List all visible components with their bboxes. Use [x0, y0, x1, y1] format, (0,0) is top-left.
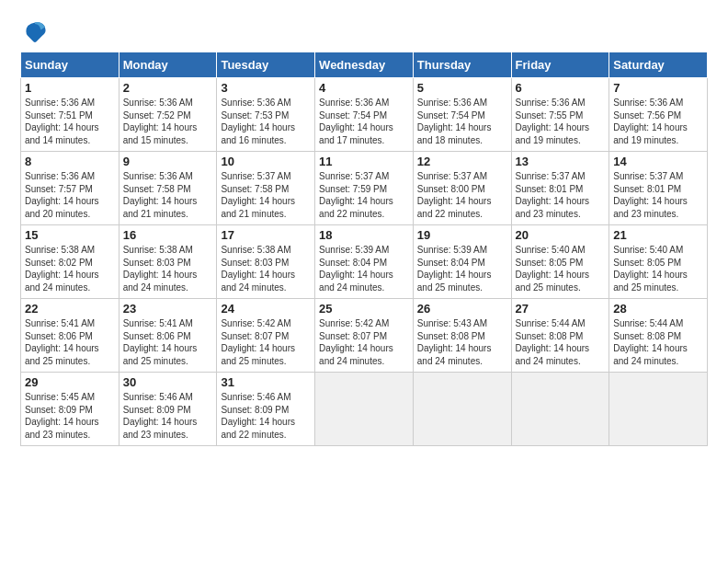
day-number: 10	[221, 155, 311, 168]
day-number: 6	[516, 81, 606, 95]
day-info: Sunrise: 5:42 AM Sunset: 8:07 PM Dayligh…	[319, 317, 409, 367]
calendar-cell	[413, 373, 511, 446]
calendar-cell: 13Sunrise: 5:37 AM Sunset: 8:01 PM Dayli…	[511, 152, 609, 225]
day-info: Sunrise: 5:45 AM Sunset: 8:09 PM Dayligh…	[25, 391, 115, 441]
calendar-cell: 8Sunrise: 5:36 AM Sunset: 7:57 PM Daylig…	[21, 152, 119, 225]
calendar-cell: 17Sunrise: 5:38 AM Sunset: 8:03 PM Dayli…	[217, 225, 315, 299]
day-info: Sunrise: 5:36 AM Sunset: 7:58 PM Dayligh…	[123, 170, 213, 220]
calendar-cell: 30Sunrise: 5:46 AM Sunset: 8:09 PM Dayli…	[119, 373, 217, 446]
day-number: 5	[417, 81, 507, 95]
day-info: Sunrise: 5:36 AM Sunset: 7:54 PM Dayligh…	[319, 97, 409, 146]
calendar-cell: 28Sunrise: 5:44 AM Sunset: 8:08 PM Dayli…	[609, 299, 708, 373]
header-day-sunday: Sunday	[21, 52, 119, 78]
day-number: 24	[221, 302, 311, 316]
week-row-4: 29Sunrise: 5:45 AM Sunset: 8:09 PM Dayli…	[21, 373, 708, 446]
calendar-cell	[511, 373, 609, 446]
day-info: Sunrise: 5:36 AM Sunset: 7:53 PM Dayligh…	[221, 97, 311, 146]
day-info: Sunrise: 5:41 AM Sunset: 8:06 PM Dayligh…	[25, 317, 115, 367]
day-info: Sunrise: 5:36 AM Sunset: 7:51 PM Dayligh…	[25, 97, 115, 146]
day-number: 19	[417, 228, 507, 242]
calendar-cell: 20Sunrise: 5:40 AM Sunset: 8:05 PM Dayli…	[511, 225, 609, 299]
day-number: 17	[221, 228, 311, 242]
calendar-cell: 6Sunrise: 5:36 AM Sunset: 7:55 PM Daylig…	[511, 78, 609, 152]
day-info: Sunrise: 5:38 AM Sunset: 8:03 PM Dayligh…	[221, 244, 311, 293]
day-info: Sunrise: 5:40 AM Sunset: 8:05 PM Dayligh…	[516, 244, 606, 293]
page: SundayMondayTuesdayWednesdayThursdayFrid…	[0, 0, 728, 457]
day-info: Sunrise: 5:37 AM Sunset: 8:01 PM Dayligh…	[613, 170, 703, 220]
calendar-cell: 16Sunrise: 5:38 AM Sunset: 8:03 PM Dayli…	[119, 225, 217, 299]
header-day-thursday: Thursday	[413, 52, 511, 78]
day-number: 28	[613, 302, 703, 316]
calendar-cell: 7Sunrise: 5:36 AM Sunset: 7:56 PM Daylig…	[609, 78, 708, 152]
day-number: 18	[319, 228, 409, 242]
header-row: SundayMondayTuesdayWednesdayThursdayFrid…	[21, 52, 708, 78]
day-info: Sunrise: 5:36 AM Sunset: 7:55 PM Dayligh…	[516, 97, 606, 146]
day-info: Sunrise: 5:36 AM Sunset: 7:52 PM Dayligh…	[123, 97, 213, 146]
calendar-cell	[315, 373, 414, 446]
day-number: 1	[25, 81, 115, 95]
calendar-cell: 9Sunrise: 5:36 AM Sunset: 7:58 PM Daylig…	[119, 152, 217, 225]
calendar-cell: 15Sunrise: 5:38 AM Sunset: 8:02 PM Dayli…	[21, 225, 119, 299]
day-info: Sunrise: 5:36 AM Sunset: 7:56 PM Dayligh…	[613, 97, 703, 146]
day-info: Sunrise: 5:36 AM Sunset: 7:57 PM Dayligh…	[25, 170, 115, 220]
day-number: 9	[123, 155, 213, 168]
day-info: Sunrise: 5:44 AM Sunset: 8:08 PM Dayligh…	[516, 317, 606, 367]
day-info: Sunrise: 5:40 AM Sunset: 8:05 PM Dayligh…	[613, 244, 703, 293]
header	[20, 17, 708, 46]
day-number: 2	[123, 81, 213, 95]
week-row-1: 8Sunrise: 5:36 AM Sunset: 7:57 PM Daylig…	[21, 152, 708, 225]
day-info: Sunrise: 5:37 AM Sunset: 8:01 PM Dayligh…	[516, 170, 606, 220]
day-info: Sunrise: 5:46 AM Sunset: 8:09 PM Dayligh…	[123, 391, 213, 441]
day-number: 30	[123, 375, 213, 389]
week-row-2: 15Sunrise: 5:38 AM Sunset: 8:02 PM Dayli…	[21, 225, 708, 299]
header-day-saturday: Saturday	[609, 52, 708, 78]
calendar-cell: 5Sunrise: 5:36 AM Sunset: 7:54 PM Daylig…	[413, 78, 511, 152]
day-number: 11	[319, 155, 409, 168]
day-info: Sunrise: 5:42 AM Sunset: 8:07 PM Dayligh…	[221, 317, 311, 367]
calendar-cell: 10Sunrise: 5:37 AM Sunset: 7:58 PM Dayli…	[217, 152, 315, 225]
calendar-cell: 19Sunrise: 5:39 AM Sunset: 8:04 PM Dayli…	[413, 225, 511, 299]
day-info: Sunrise: 5:39 AM Sunset: 8:04 PM Dayligh…	[417, 244, 507, 293]
day-number: 14	[613, 155, 703, 168]
calendar-cell: 11Sunrise: 5:37 AM Sunset: 7:59 PM Dayli…	[315, 152, 414, 225]
day-info: Sunrise: 5:37 AM Sunset: 7:59 PM Dayligh…	[319, 170, 409, 220]
calendar-cell: 1Sunrise: 5:36 AM Sunset: 7:51 PM Daylig…	[21, 78, 119, 152]
calendar-cell: 2Sunrise: 5:36 AM Sunset: 7:52 PM Daylig…	[119, 78, 217, 152]
day-number: 4	[319, 81, 409, 95]
day-number: 23	[123, 302, 213, 316]
day-info: Sunrise: 5:39 AM Sunset: 8:04 PM Dayligh…	[319, 244, 409, 293]
calendar-cell	[609, 373, 708, 446]
day-number: 7	[613, 81, 703, 95]
day-number: 25	[319, 302, 409, 316]
calendar-cell: 29Sunrise: 5:45 AM Sunset: 8:09 PM Dayli…	[21, 373, 119, 446]
day-number: 3	[221, 81, 311, 95]
day-number: 31	[221, 375, 311, 389]
day-number: 20	[516, 228, 606, 242]
day-number: 26	[417, 302, 507, 316]
day-info: Sunrise: 5:41 AM Sunset: 8:06 PM Dayligh…	[123, 317, 213, 367]
day-number: 21	[613, 228, 703, 242]
calendar-cell: 21Sunrise: 5:40 AM Sunset: 8:05 PM Dayli…	[609, 225, 708, 299]
calendar-cell: 14Sunrise: 5:37 AM Sunset: 8:01 PM Dayli…	[609, 152, 708, 225]
calendar-cell: 27Sunrise: 5:44 AM Sunset: 8:08 PM Dayli…	[511, 299, 609, 373]
day-info: Sunrise: 5:37 AM Sunset: 8:00 PM Dayligh…	[417, 170, 507, 220]
logo	[20, 17, 53, 46]
calendar-cell: 23Sunrise: 5:41 AM Sunset: 8:06 PM Dayli…	[119, 299, 217, 373]
calendar-cell: 24Sunrise: 5:42 AM Sunset: 8:07 PM Dayli…	[217, 299, 315, 373]
calendar-cell: 3Sunrise: 5:36 AM Sunset: 7:53 PM Daylig…	[217, 78, 315, 152]
week-row-3: 22Sunrise: 5:41 AM Sunset: 8:06 PM Dayli…	[21, 299, 708, 373]
day-info: Sunrise: 5:46 AM Sunset: 8:09 PM Dayligh…	[221, 391, 311, 441]
logo-icon	[20, 17, 50, 46]
day-info: Sunrise: 5:38 AM Sunset: 8:03 PM Dayligh…	[123, 244, 213, 293]
header-day-tuesday: Tuesday	[217, 52, 315, 78]
day-number: 13	[516, 155, 606, 168]
header-day-wednesday: Wednesday	[315, 52, 414, 78]
day-number: 12	[417, 155, 507, 168]
day-number: 29	[25, 375, 115, 389]
day-info: Sunrise: 5:43 AM Sunset: 8:08 PM Dayligh…	[417, 317, 507, 367]
calendar-table: SundayMondayTuesdayWednesdayThursdayFrid…	[20, 52, 708, 446]
header-day-friday: Friday	[511, 52, 609, 78]
day-number: 8	[25, 155, 115, 168]
calendar-cell: 25Sunrise: 5:42 AM Sunset: 8:07 PM Dayli…	[315, 299, 414, 373]
calendar-cell: 12Sunrise: 5:37 AM Sunset: 8:00 PM Dayli…	[413, 152, 511, 225]
